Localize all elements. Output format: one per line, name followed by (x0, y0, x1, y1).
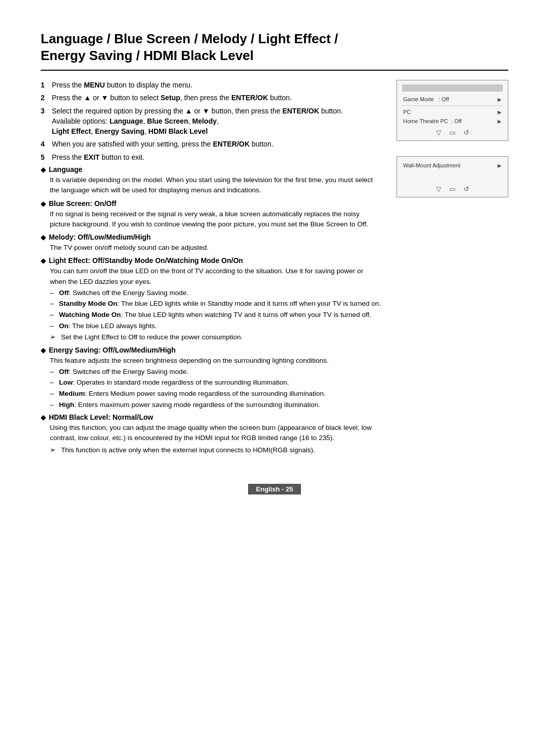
sub-item: –On: The blue LED always lights. (50, 321, 381, 331)
menu-icon-return: ↺ (464, 129, 469, 136)
diamond-icon: ◆ (41, 414, 46, 421)
diamond-icon: ◆ (41, 200, 46, 208)
sub-item: –Off: Switches off the Energy Saving mod… (50, 288, 381, 298)
tv-menu-screenshots: Game Mode : Off ▶ PC ▶ Home Theatre PC :… (396, 80, 508, 458)
bullet-hdmi-black-level: ◆ HDMI Black Level: Normal/Low Using thi… (41, 413, 381, 455)
arrow-icon: ▶ (498, 119, 502, 124)
bullet-melody: ◆ Melody: Off/Low/Medium/High The TV pow… (41, 233, 381, 253)
step-1: 1 Press the MENU button to display the m… (41, 80, 381, 90)
page-title: Language / Blue Screen / Melody / Light … (41, 31, 508, 71)
sub-item: –Off: Switches off the Energy Saving mod… (50, 367, 381, 377)
step-4: 4 When you are satisfied with your setti… (41, 139, 381, 149)
sub-item: –Watching Mode On: The blue LED lights w… (50, 310, 381, 320)
sub-item: –High: Enters maximum power saving mode … (50, 400, 381, 410)
sub-item: –Medium: Enters Medium power saving mode… (50, 389, 381, 399)
bullet-blue-screen: ◆ Blue Screen: On/Off If no signal is be… (41, 199, 381, 230)
menu-item-game-mode: Game Mode : Off ▶ (402, 95, 503, 104)
tv-menu-box-1: Game Mode : Off ▶ PC ▶ Home Theatre PC :… (396, 80, 508, 141)
bullet-language: ◆ Language It is variable depending on t… (41, 165, 381, 196)
diamond-icon: ◆ (41, 234, 46, 241)
footer: English - 25 (41, 484, 508, 495)
arrow-icon: ▶ (498, 163, 502, 168)
menu-icon-triangle: ▽ (436, 129, 441, 136)
sub-item: –Low: Operates in standard mode regardle… (50, 377, 381, 388)
steps-list: 1 Press the MENU button to display the m… (41, 80, 381, 162)
bullet-light-effect: ◆ Light Effect: Off/Standby Mode On/Watc… (41, 256, 381, 342)
title-line2: Energy Saving / HDMI Black Level (41, 48, 254, 63)
menu-icon-triangle: ▽ (436, 185, 441, 193)
step-5: 5 Press the EXIT button to exit. (41, 152, 381, 162)
menu-icon-display: ▭ (449, 129, 455, 136)
menu-icon-display: ▭ (449, 185, 455, 193)
menu-icon-return: ↺ (464, 185, 469, 193)
diamond-icon: ◆ (41, 257, 46, 265)
page-number-badge: English - 25 (248, 484, 301, 495)
arrow-icon: ▶ (498, 97, 502, 102)
menu-item-pc: PC ▶ (402, 107, 503, 117)
step-2: 2 Press the ▲ or ▼ button to select Setu… (41, 93, 381, 103)
diamond-icon: ◆ (41, 346, 46, 354)
title-line1: Language / Blue Screen / Melody / Light … (41, 31, 338, 46)
main-content: 1 Press the MENU button to display the m… (41, 80, 381, 458)
bullet-energy-saving: ◆ Energy Saving: Off/Low/Medium/High Thi… (41, 346, 381, 410)
tv-menu-box-2: Wall-Mount Adjustment ▶ ▽ ▭ ↺ (396, 156, 508, 197)
step-3: 3 Select the required option by pressing… (41, 106, 381, 137)
menu-item-home-theatre-pc: Home Theatre PC : Off ▶ (402, 117, 503, 126)
menu-top-bar (402, 84, 503, 92)
diamond-icon: ◆ (41, 166, 46, 173)
sub-item: –Standby Mode On: The blue LED lights wh… (50, 299, 381, 309)
menu-item-wall-mount: Wall-Mount Adjustment ▶ (402, 161, 503, 170)
arrow-icon: ▶ (498, 109, 502, 115)
